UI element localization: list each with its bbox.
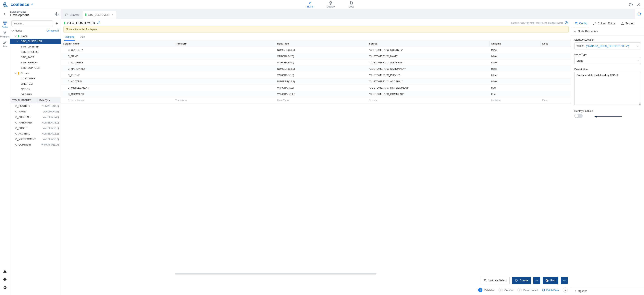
- run-more-button[interactable]: ⋯: [561, 277, 568, 284]
- table-row[interactable]: C_MKTSEGMENTVARCHAR(10)"CUSTOMER"."C_MKT…: [61, 85, 571, 91]
- col-header-datatype[interactable]: Data Type: [275, 41, 367, 47]
- status-step-dataloaded: 3Data Loaded: [518, 288, 538, 292]
- nav-build[interactable]: Build: [307, 1, 313, 8]
- col-header-name[interactable]: Column Name: [61, 41, 173, 47]
- rail-jobs[interactable]: Jobs: [0, 41, 10, 48]
- description-textarea[interactable]: [574, 72, 641, 105]
- rail-jobs-label: Jobs: [3, 45, 7, 48]
- rail-subgraphs[interactable]: Subgraphs: [0, 31, 10, 38]
- create-button[interactable]: Create: [512, 277, 531, 284]
- column-list-row[interactable]: C_PHONEVARCHAR(15): [10, 125, 61, 131]
- close-icon[interactable]: ✕: [112, 14, 114, 16]
- tree-node-stg_customer[interactable]: STG_CUSTOMER: [10, 39, 61, 44]
- run-button[interactable]: Run: [543, 277, 558, 284]
- search-input[interactable]: [12, 21, 53, 26]
- nav-docs[interactable]: Docs: [348, 1, 354, 8]
- tab-stg-customer[interactable]: STG_CUSTOMER ✕: [82, 11, 117, 19]
- column-type: NUMBER(38,0): [37, 103, 61, 109]
- rail-git[interactable]: [3, 277, 7, 281]
- validate-select-button[interactable]: Validate Select: [481, 277, 510, 284]
- table-row[interactable]: C_COMMENTVARCHAR(117)"CUSTOMER"."C_COMME…: [61, 91, 571, 97]
- flask-icon: [621, 22, 624, 25]
- node-properties-header[interactable]: Node Properties: [571, 27, 644, 36]
- arrow-left-icon: [3, 12, 7, 16]
- nav-deploy[interactable]: Deploy: [327, 1, 334, 8]
- right-tab-column-editor[interactable]: Column Editor: [593, 21, 616, 27]
- create-more-button[interactable]: ⋯: [533, 277, 540, 284]
- search-icon: [484, 279, 487, 282]
- column-list-row[interactable]: C_ACCTBALNUMBER(12,2): [10, 131, 61, 136]
- tree-node-orders[interactable]: ORDERS: [10, 92, 61, 97]
- tree-node-customer[interactable]: CUSTOMER: [10, 76, 61, 81]
- tree-group-label: Stage: [21, 35, 28, 38]
- logo-icon: [3, 2, 9, 7]
- cell-transform: [173, 78, 275, 85]
- column-list-row[interactable]: C_NAMEVARCHAR(25): [10, 109, 61, 114]
- col-header-transform[interactable]: Transform: [173, 41, 275, 47]
- tree-node-stg_orders[interactable]: STG_ORDERS: [10, 49, 61, 55]
- deploy-enabled-toggle[interactable]: [574, 114, 582, 118]
- fetch-data-button[interactable]: Fetch Data: [542, 288, 559, 292]
- rail-settings[interactable]: [3, 285, 7, 290]
- table-row[interactable]: C_ADDRESSVARCHAR(40)"CUSTOMER"."C_ADDRES…: [61, 60, 571, 66]
- column-name: C_ADDRESS: [10, 114, 37, 120]
- column-list-row[interactable]: C_MKTSEGMENTVARCHAR(10): [10, 136, 61, 142]
- right-tab-testing[interactable]: Testing: [620, 21, 634, 27]
- column-list-row[interactable]: C_NATIONKEYNUMBER(38,0): [10, 120, 61, 125]
- help-button[interactable]: [629, 2, 633, 7]
- column-name: C_NAME: [10, 109, 37, 114]
- cell-datatype: VARCHAR(117): [275, 91, 367, 97]
- cell-desc: [540, 85, 571, 91]
- column-list-row[interactable]: C_ADDRESSVARCHAR(40): [10, 114, 61, 120]
- project-block: Default Project Development: [10, 11, 52, 17]
- collapse-all-link[interactable]: Collapse All: [46, 29, 59, 32]
- tree-group-source[interactable]: Source: [10, 71, 61, 76]
- storage-location-select[interactable]: WORK ("TATIANA_DOCS_TESTING"."DEV"): [574, 42, 641, 50]
- tree-group-stage[interactable]: Stage: [10, 33, 61, 39]
- column-list-row[interactable]: C_COMMENTVARCHAR(117): [10, 142, 61, 148]
- tree-node-stg_part[interactable]: STG_PART: [10, 55, 61, 60]
- col-header-source[interactable]: Source: [367, 41, 489, 47]
- node-id-text: nodeID: 13471f9f-a043-4983-84eb-069db056…: [511, 22, 563, 25]
- table-row[interactable]: C_CUSTKEYNUMBER(38,0)"CUSTOMER"."C_CUSTK…: [61, 47, 571, 53]
- horizontal-scrollbar[interactable]: [64, 273, 568, 275]
- cell-desc: [540, 47, 571, 53]
- node-title: STG_CUSTOMER: [67, 21, 95, 25]
- expand-results-button[interactable]: [563, 287, 568, 293]
- tree-node-stg_supplier[interactable]: STG_SUPPLIER: [10, 65, 61, 71]
- user-button[interactable]: [636, 2, 641, 7]
- tab-join[interactable]: Join: [80, 33, 86, 41]
- rail-nodes[interactable]: Nodes: [0, 21, 10, 28]
- open-external-button[interactable]: [635, 12, 644, 16]
- chevron-down-icon: [574, 30, 576, 33]
- tab-mapping[interactable]: Mapping: [64, 33, 75, 41]
- table-row[interactable]: C_PHONEVARCHAR(15)"CUSTOMER"."C_PHONE"fa…: [61, 72, 571, 78]
- project-settings-button[interactable]: [54, 12, 59, 16]
- chevron-down-icon[interactable]: [12, 29, 14, 32]
- table-row[interactable]: C_NAMEVARCHAR(25)"CUSTOMER"."C_NAME"fals…: [61, 53, 571, 60]
- svg-point-14: [576, 22, 577, 23]
- col-header-nullable[interactable]: Nullable: [489, 41, 540, 47]
- table-row[interactable]: C_ACCTBALNUMBER(12,2)"CUSTOMER"."C_ACCTB…: [61, 78, 571, 85]
- column-type: VARCHAR(10): [38, 136, 61, 142]
- chevron-down-icon: [15, 72, 16, 75]
- back-button[interactable]: [2, 11, 8, 17]
- add-node-button[interactable]: [54, 21, 59, 26]
- column-type: VARCHAR(25): [37, 109, 61, 114]
- node-type-select[interactable]: Stage: [574, 57, 641, 64]
- col-header-desc[interactable]: Desc: [540, 41, 571, 47]
- tree-node-lineitem[interactable]: LINEITEM: [10, 81, 61, 87]
- options-header[interactable]: Options: [571, 287, 644, 295]
- rail-problems[interactable]: [3, 269, 7, 273]
- cell-desc: [540, 78, 571, 85]
- table-row[interactable]: C_NATIONKEYNUMBER(38,0)"CUSTOMER"."C_NAT…: [61, 66, 571, 72]
- column-list-row[interactable]: C_CUSTKEYNUMBER(38,0): [10, 103, 61, 109]
- tree-node-stg_region[interactable]: STG_REGION: [10, 60, 61, 65]
- tab-browser[interactable]: Browser: [62, 11, 82, 19]
- right-tab-config[interactable]: Config: [574, 21, 588, 27]
- cell-datatype: VARCHAR(15): [275, 72, 367, 78]
- tree-node-stg_lineitem[interactable]: STG_LINEITEM: [10, 44, 61, 49]
- tree-node-nation[interactable]: NATION: [10, 87, 61, 92]
- node-help-button[interactable]: [565, 21, 568, 25]
- edit-node-name-button[interactable]: [97, 21, 100, 25]
